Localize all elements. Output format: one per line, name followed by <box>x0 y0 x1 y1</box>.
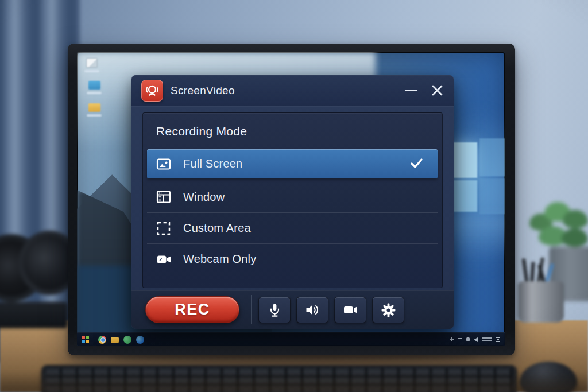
volume-icon[interactable] <box>474 337 478 342</box>
mode-option-full-screen[interactable]: Full Screen <box>147 149 438 178</box>
mode-label: Webcam Only <box>183 253 256 266</box>
recording-mode-panel: Recording Mode Full Screen <box>142 112 443 288</box>
mode-label: Custom Area <box>183 222 251 235</box>
taskbar <box>77 332 505 346</box>
browser-icon[interactable] <box>98 336 106 344</box>
mode-option-webcam-only[interactable]: Webcam Only <box>147 243 438 274</box>
mode-label: Window <box>183 191 225 204</box>
rec-button[interactable]: REC <box>145 296 239 323</box>
monitor: ScreenVideo Recording Mode <box>68 44 515 355</box>
headphone-stand <box>0 302 68 328</box>
titlebar: ScreenVideo <box>131 75 454 106</box>
close-icon <box>431 84 444 97</box>
screenvideo-window: ScreenVideo Recording Mode <box>131 75 454 329</box>
camera-button[interactable] <box>334 297 366 323</box>
windows-logo-pane <box>452 180 477 212</box>
image-icon <box>154 156 173 173</box>
desktop-icon-computer[interactable] <box>79 58 105 72</box>
settings-gear-icon <box>381 302 396 318</box>
monitor-screen: ScreenVideo Recording Mode <box>77 52 505 346</box>
computer-icon <box>86 58 98 68</box>
microphone-icon <box>267 302 283 318</box>
toolbar-divider <box>251 295 252 324</box>
window-outline-icon[interactable] <box>458 338 462 341</box>
desk-front-shadow <box>0 372 588 392</box>
desktop-icon-label <box>84 70 99 72</box>
speaker-button[interactable] <box>296 297 328 323</box>
close-button[interactable] <box>430 83 444 98</box>
expand-icon[interactable] <box>496 337 500 342</box>
windows-logo-pane <box>452 142 477 178</box>
window-title: ScreenVideo <box>171 84 235 97</box>
camera-icon <box>342 302 358 318</box>
dashed-area-icon <box>154 220 173 237</box>
settings-button[interactable] <box>372 297 404 323</box>
panel-heading: Recording Mode <box>156 125 247 138</box>
minimize-button[interactable] <box>404 84 418 98</box>
windows-logo-pane <box>479 138 505 176</box>
folder-icon[interactable] <box>111 337 119 343</box>
windows-start-icon[interactable] <box>82 336 89 343</box>
windows-logo-pane <box>479 178 505 214</box>
desk-photo-scene: ScreenVideo Recording Mode <box>0 0 588 392</box>
system-tray <box>450 337 505 342</box>
desktop-icon-blue-folder[interactable] <box>82 81 107 94</box>
badge-icon[interactable] <box>466 337 470 341</box>
bottom-toolbar: REC <box>131 290 454 329</box>
plus-icon[interactable] <box>450 337 454 341</box>
pen-cup <box>516 257 568 323</box>
blue-folder-icon <box>88 81 100 90</box>
desktop-icon-label <box>87 92 102 94</box>
minimize-icon <box>405 90 417 91</box>
speaker-icon <box>304 302 320 318</box>
mode-option-custom-area[interactable]: Custom Area <box>147 212 438 243</box>
edge-browser-icon[interactable] <box>136 336 144 344</box>
webcam-icon <box>154 251 173 268</box>
checkmark-icon <box>409 157 424 172</box>
window-icon <box>154 188 173 205</box>
mode-option-window[interactable]: Window <box>147 181 438 212</box>
clock-area[interactable] <box>482 337 492 341</box>
green-app-icon[interactable] <box>123 336 131 344</box>
microphone-button[interactable] <box>258 297 291 323</box>
mode-label: Full Screen <box>183 157 242 170</box>
desktop-icon-yellow-folder[interactable] <box>82 103 107 117</box>
webcam-logo-icon <box>141 80 163 102</box>
yellow-folder-icon <box>88 103 100 112</box>
desktop-icon-label <box>87 114 102 117</box>
pen-cup-body <box>518 281 564 323</box>
taskbar-divider <box>94 336 94 344</box>
